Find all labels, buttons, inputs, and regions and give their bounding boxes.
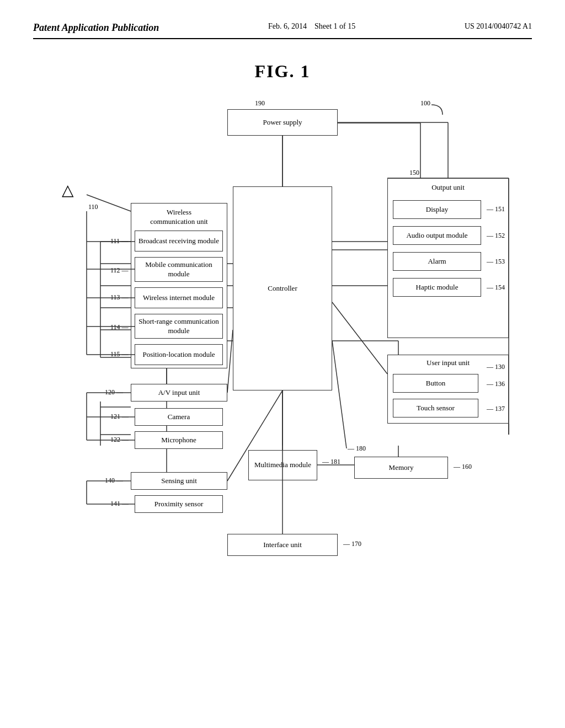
ref-100: 100 [420, 99, 430, 108]
ref-137: — 137 [487, 405, 505, 413]
antenna-symbol: △ [62, 181, 74, 199]
mobile-comm-box: Mobile communication module [135, 257, 223, 282]
button-box: Button [393, 374, 478, 393]
power-supply-box: Power supply [227, 109, 338, 136]
ref-122: 122 — [110, 436, 129, 444]
multimedia-box: Multimedia module [248, 450, 317, 480]
header-center: Feb. 6, 2014 Sheet 1 of 15 [268, 22, 355, 31]
audio-output-box: Audio output module [393, 226, 481, 245]
av-input-box: A/V input unit [131, 384, 227, 402]
short-range-box: Short-range communication module [135, 314, 223, 339]
ref-115: 115 — [110, 350, 129, 358]
svg-line-39 [227, 330, 233, 393]
sensing-box: Sensing unit [131, 472, 227, 490]
diagram: △ 110 Power supply 190 100 Controller Wi… [45, 93, 520, 672]
figure-title: FIG. 1 [33, 61, 532, 82]
svg-line-52 [332, 341, 347, 448]
header: Patent Application Publication Feb. 6, 2… [33, 22, 532, 39]
ref-181: — 181 [322, 458, 340, 466]
touch-sensor-box: Touch sensor [393, 399, 478, 417]
ref-151: — 151 [487, 205, 505, 213]
ref-110: 110 [88, 203, 98, 211]
controller-box: Controller [233, 186, 332, 390]
ref-150: 150 [409, 169, 419, 177]
position-box: Position-location module [135, 344, 223, 365]
alarm-box: Alarm [393, 252, 481, 271]
ref-180: — 180 [348, 445, 366, 453]
haptic-box: Haptic module [393, 278, 481, 297]
interface-box: Interface unit [227, 534, 338, 556]
publication-title: Patent Application Publication [33, 22, 159, 34]
ref-136: — 136 [487, 380, 505, 388]
page: Patent Application Publication Feb. 6, 2… [0, 0, 565, 728]
ref-190: 190 [255, 99, 265, 108]
display-box: Display [393, 200, 481, 219]
sheet-info: Sheet 1 of 15 [315, 22, 355, 30]
broadcast-box: Broadcast receiving module [135, 231, 223, 251]
ref-114: 114 — [110, 323, 129, 331]
memory-box: Memory [354, 457, 448, 479]
ref-153: — 153 [487, 258, 505, 266]
camera-box: Camera [135, 408, 223, 426]
microphone-box: Microphone [135, 431, 223, 449]
ref-141: 141 — [110, 500, 129, 508]
ref-140: 140 — [105, 477, 123, 485]
svg-line-48 [332, 302, 387, 374]
ref-154: — 154 [487, 283, 505, 292]
ref-130: — 130 [487, 363, 505, 371]
ref-152: — 152 [487, 232, 505, 240]
ref-121: 121 — [110, 413, 129, 421]
proximity-box: Proximity sensor [135, 495, 223, 513]
ref-111: 111 — [110, 237, 128, 245]
wireless-internet-box: Wireless internet module [135, 287, 223, 308]
wireless-comm-outer: Wirelesscommunication unit [131, 203, 227, 368]
ref-120: 120 — [105, 388, 123, 397]
date: Feb. 6, 2014 [268, 22, 307, 30]
ref-112: 112 — [110, 266, 129, 275]
ref-113: 113 — [110, 293, 129, 302]
patent-number: US 2014/0040742 A1 [465, 22, 532, 31]
ref-160: — 160 [454, 463, 472, 471]
ref-170: — 170 [343, 540, 361, 548]
